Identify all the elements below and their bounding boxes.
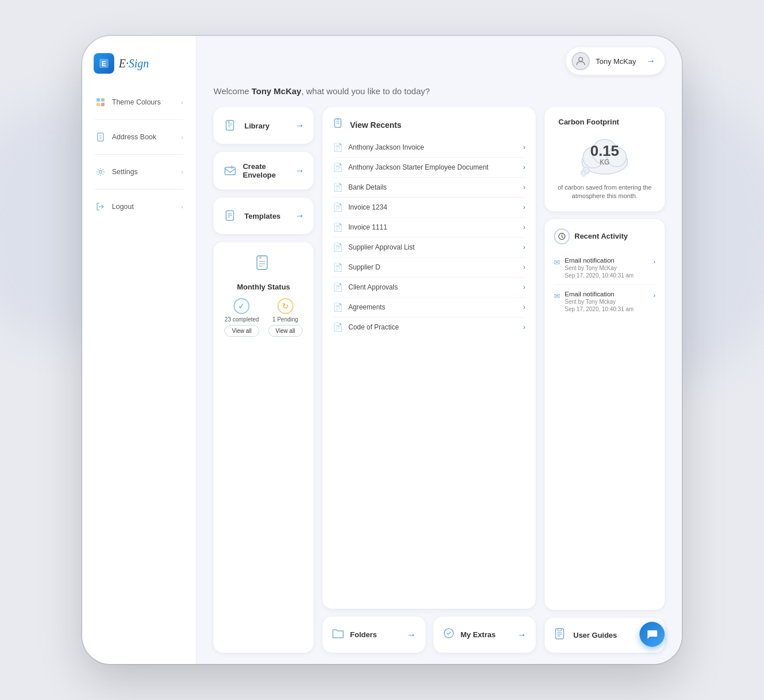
recent-chevron-8: ›	[523, 303, 525, 311]
recent-item-5[interactable]: 📄 Supplier Approval List ›	[333, 238, 525, 258]
create-envelope-icon	[223, 163, 237, 179]
theme-colours-chevron: ›	[181, 99, 183, 106]
activity-sub2-1: Sep 17, 2020, 10:40:31 am	[565, 306, 634, 312]
recents-title: View Recents	[350, 120, 401, 130]
recent-item-6[interactable]: 📄 Supplier D ›	[333, 258, 525, 277]
theme-colours-label: Theme Colours	[112, 98, 160, 106]
mail-icon-1: ✉	[554, 292, 560, 300]
recent-item-3[interactable]: 📄 Invoice 1234 ›	[333, 198, 525, 218]
svg-rect-25	[259, 256, 262, 259]
svg-rect-3	[101, 98, 104, 102]
doc-icon-4: 📄	[333, 223, 343, 232]
recent-item-9[interactable]: 📄 Code of Practice ›	[333, 317, 525, 337]
activity-item-0[interactable]: ✉ Email notification Sent by Tony McKay …	[554, 251, 656, 285]
folders-label: Folders	[350, 630, 377, 639]
recent-item-7[interactable]: 📄 Client Approvals ›	[333, 277, 525, 297]
doc-icon-3: 📄	[333, 203, 343, 212]
settings-icon	[95, 166, 106, 178]
templates-arrow-icon: →	[295, 211, 304, 221]
welcome-prefix: Welcome	[214, 86, 251, 96]
pending-label: 1 Pending	[272, 316, 298, 323]
activity-main-0: Email notification	[565, 257, 634, 264]
carbon-value: 0.15	[590, 143, 620, 158]
recent-name-8: Agreements	[348, 303, 385, 311]
recent-name-9: Code of Practice	[348, 323, 399, 331]
create-envelope-card[interactable]: Create Envelope →	[214, 152, 313, 190]
folders-card[interactable]: Folders →	[323, 617, 425, 653]
carbon-footprint-card: Carbon Footprint	[545, 107, 665, 211]
create-envelope-label: Create Envelope	[243, 162, 295, 179]
doc-icon-7: 📄	[333, 283, 343, 292]
recent-name-2: Bank Details	[348, 183, 387, 191]
content-area: Library →	[196, 107, 682, 664]
activity-item-1[interactable]: ✉ Email notification Sent by Tony Mckay …	[554, 285, 656, 318]
svg-rect-2	[96, 98, 100, 102]
recent-item-2[interactable]: 📄 Bank Details ›	[333, 178, 525, 198]
svg-rect-17	[225, 167, 235, 175]
svg-rect-4	[96, 103, 100, 106]
recent-name-4: Invoice 1111	[348, 223, 387, 231]
doc-icon-1: 📄	[333, 163, 343, 172]
svg-text:E: E	[102, 60, 106, 68]
recent-item-8[interactable]: 📄 Agreements ›	[333, 297, 525, 317]
recent-name-3: Invoice 1234	[348, 203, 387, 211]
recent-item-0[interactable]: 📄 Anthony Jackson Invoice ›	[333, 138, 525, 158]
welcome-suffix: , what would you like to do today?	[301, 86, 430, 96]
monthly-icon	[255, 254, 273, 276]
activity-chevron-0: ›	[653, 258, 656, 265]
sidebar-item-address-book[interactable]: Address Book ›	[88, 126, 190, 148]
svg-rect-42	[556, 629, 564, 639]
sidebar-item-theme-colours[interactable]: Theme Colours ›	[88, 91, 190, 114]
extras-card[interactable]: My Extras →	[433, 617, 536, 653]
recent-item-1[interactable]: 📄 Anthony Jackson Starter Employee Docum…	[333, 158, 525, 178]
sidebar-item-settings[interactable]: Settings ›	[88, 160, 190, 183]
activity-sub1-0: Sent by Tony McKay	[565, 265, 634, 271]
svg-rect-16	[228, 120, 230, 123]
nav-items: Theme Colours ›	[82, 91, 196, 653]
activity-header: Recent Activity	[554, 228, 656, 244]
library-card[interactable]: Library →	[214, 107, 313, 144]
middle-column: View Recents 📄 Anthony Jackson Invoice ›	[323, 107, 536, 653]
recent-chevron-7: ›	[523, 283, 525, 291]
extras-label: My Extras	[461, 630, 496, 639]
activity-sub2-0: Sep 17, 2020, 10:40:31 am	[565, 272, 634, 279]
user-pill[interactable]: Tony McKay →	[566, 47, 665, 75]
doc-icon-8: 📄	[333, 303, 343, 312]
monthly-title: Monthly Status	[237, 283, 290, 291]
templates-card[interactable]: Templates →	[214, 198, 313, 234]
doc-icon-0: 📄	[333, 143, 343, 152]
settings-chevron: ›	[181, 168, 183, 175]
logo-text: E·Sign	[119, 57, 149, 70]
logout-label: Logout	[112, 203, 134, 211]
logout-chevron: ›	[181, 203, 183, 210]
address-book-chevron: ›	[181, 134, 183, 140]
pending-view-all-button[interactable]: View all	[268, 325, 303, 337]
doc-icon-9: 📄	[333, 323, 343, 332]
recent-chevron-5: ›	[523, 243, 525, 251]
recent-chevron-2: ›	[523, 183, 525, 191]
chat-button[interactable]	[640, 622, 665, 647]
logo-area: E E·Sign	[82, 53, 196, 91]
activity-main-1: Email notification	[565, 291, 634, 297]
completed-view-all-button[interactable]: View all	[224, 325, 259, 337]
sidebar-item-logout[interactable]: Logout ›	[88, 195, 190, 218]
carbon-unit: KG	[590, 158, 620, 166]
templates-icon	[223, 208, 239, 224]
monthly-status-card: Monthly Status ✓ 23 completed View all ↻…	[214, 242, 313, 653]
mail-icon-0: ✉	[554, 258, 560, 267]
svg-point-11	[579, 58, 583, 62]
recent-item-4[interactable]: 📄 Invoice 1111 ›	[333, 218, 525, 238]
recent-chevron-3: ›	[523, 203, 525, 211]
left-column: Library →	[214, 107, 313, 653]
extras-icon	[443, 627, 455, 642]
bottom-cards: Folders →	[323, 617, 536, 653]
right-column: Carbon Footprint	[545, 107, 665, 653]
top-bar: Tony McKay →	[196, 36, 682, 81]
carbon-description: of carbon saved from entering the atmosp…	[554, 183, 656, 201]
recent-chevron-4: ›	[523, 223, 525, 231]
user-name-label: Tony McKay	[596, 57, 636, 66]
pending-icon: ↻	[278, 298, 293, 314]
svg-point-40	[582, 174, 585, 177]
activity-title: Recent Activity	[574, 232, 628, 240]
doc-icon-5: 📄	[333, 243, 343, 252]
